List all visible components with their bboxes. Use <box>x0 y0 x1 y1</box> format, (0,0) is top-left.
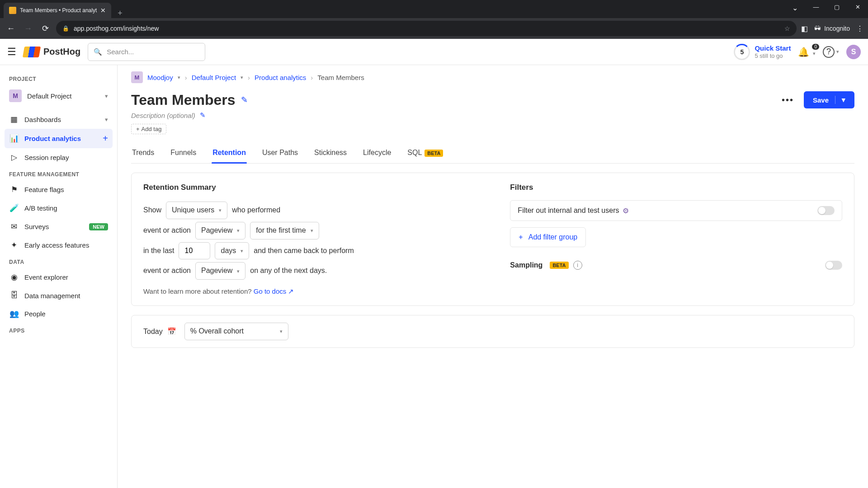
chevron-down-icon: ▾ <box>813 51 816 56</box>
sidebar-item-session-replay[interactable]: ▷ Session replay <box>5 148 113 167</box>
sidebar-item-surveys[interactable]: ✉ Surveys NEW <box>5 217 113 236</box>
edit-description-icon[interactable]: ✎ <box>200 111 206 119</box>
sidebar-section-label: DATA <box>5 254 113 268</box>
sparkle-icon: ✦ <box>9 240 19 250</box>
tab-close-icon[interactable]: ✕ <box>100 7 106 14</box>
incognito-indicator[interactable]: 🕶 Incognito <box>814 25 850 32</box>
breadcrumb-section[interactable]: Product analytics <box>255 74 306 81</box>
docs-link[interactable]: Go to docs ↗ <box>254 287 294 295</box>
browser-tab[interactable]: Team Members • Product analyt ✕ <box>4 3 111 18</box>
new-tab-button[interactable]: + <box>111 9 129 18</box>
tab-funnels[interactable]: Funnels <box>170 145 197 163</box>
extensions-icon[interactable]: ◧ <box>801 24 808 33</box>
sampling-toggle[interactable] <box>825 261 842 270</box>
internal-users-toggle[interactable] <box>817 206 835 215</box>
tab-trends[interactable]: Trends <box>131 145 155 163</box>
plus-icon: + <box>519 233 523 241</box>
nav-reload-button[interactable]: ⟳ <box>39 22 52 35</box>
lock-icon: 🔒 <box>62 25 69 32</box>
tab-retention[interactable]: Retention <box>212 145 247 163</box>
sidebar-item-product-analytics[interactable]: 📊 Product analytics + <box>5 129 113 148</box>
analytics-icon: 📊 <box>9 134 19 143</box>
event-select-1[interactable]: Pageview▾ <box>195 222 245 239</box>
breadcrumb-current: Team Members <box>317 74 364 81</box>
tab-stickiness[interactable]: Stickiness <box>313 145 348 163</box>
dashboard-icon: ▦ <box>9 115 19 124</box>
menu-toggle-icon[interactable]: ☰ <box>7 46 16 58</box>
quick-start-button[interactable]: 5 Quick Start 5 still to go <box>734 44 791 60</box>
chevron-down-icon: ▾ <box>219 207 222 213</box>
help-button[interactable]: ? <box>823 46 835 58</box>
sidebar-item-data-management[interactable]: 🗄 Data management <box>5 286 113 305</box>
main-content: M Moodjoy ▾ › Default Project ▾ › Produc… <box>118 65 868 488</box>
flask-icon: 🧪 <box>9 203 19 213</box>
sidebar-item-feature-flags[interactable]: ⚑ Feature flags <box>5 180 113 199</box>
plus-icon[interactable]: + <box>103 133 108 144</box>
sidebar-item-ab-testing[interactable]: 🧪 A/B testing <box>5 199 113 217</box>
gear-icon[interactable]: ⚙ <box>623 206 629 215</box>
org-badge[interactable]: M <box>131 71 143 83</box>
live-icon: ◉ <box>9 272 19 282</box>
description-placeholder[interactable]: Description (optional) <box>131 112 195 119</box>
period-unit-select[interactable]: days▾ <box>215 242 249 260</box>
browser-chrome: — ▢ ✕ ⌄ Team Members • Product analyt ✕ … <box>0 0 868 39</box>
sidebar-item-dashboards[interactable]: ▦ Dashboards ▾ <box>5 110 113 129</box>
info-icon[interactable]: i <box>573 261 582 270</box>
chevron-down-icon: ▾ <box>241 248 243 254</box>
notification-badge: 0 <box>812 44 819 50</box>
sidebar-item-people[interactable]: 👥 People <box>5 305 113 323</box>
user-avatar[interactable]: S <box>846 45 861 59</box>
chevron-down-icon[interactable]: ▾ <box>178 75 180 80</box>
period-count-input[interactable] <box>179 242 210 260</box>
flag-icon: ⚑ <box>9 185 19 194</box>
notifications-button[interactable]: 🔔 0 ▾ <box>798 47 816 57</box>
breadcrumb-org[interactable]: Moodjoy <box>147 74 173 81</box>
nav-back-button[interactable]: ← <box>5 22 17 35</box>
insight-tabs: Trends Funnels Retention User Paths Stic… <box>131 145 854 164</box>
project-badge: M <box>9 89 22 102</box>
add-tag-button[interactable]: +Add tag <box>131 124 166 134</box>
add-filter-group-button[interactable]: + Add filter group <box>510 227 586 247</box>
window-minimize[interactable]: — <box>806 0 826 14</box>
sidebar-project-selector[interactable]: M Default Project ▾ <box>5 85 113 107</box>
app-header: ☰ PostHog 🔍 Search... 5 Quick Start 5 st… <box>0 39 868 65</box>
date-range-select[interactable]: Today 📅 <box>142 324 178 339</box>
internal-users-filter: Filter out internal and test users ⚙ <box>510 200 842 221</box>
bookmark-icon[interactable]: ☆ <box>784 25 790 32</box>
tab-sql[interactable]: SQLBETA <box>406 145 444 163</box>
browser-menu-icon[interactable]: ⋮ <box>856 24 863 33</box>
chevron-down-icon: ▾ <box>842 96 845 104</box>
tab-lifecycle[interactable]: Lifecycle <box>362 145 392 163</box>
tab-title: Team Members • Product analyt <box>20 7 97 14</box>
first-time-select[interactable]: for the first time▾ <box>250 222 319 239</box>
favicon-icon <box>9 7 16 14</box>
beta-badge: BETA <box>550 262 568 269</box>
new-badge: NEW <box>89 223 108 230</box>
cohort-display-select[interactable]: % Overall cohort▾ <box>184 323 288 340</box>
logo[interactable]: PostHog <box>24 47 80 57</box>
edit-title-icon[interactable]: ✎ <box>241 95 248 105</box>
nav-forward-button[interactable]: → <box>22 22 34 35</box>
page-title: Team Members <box>131 92 236 108</box>
tab-user-paths[interactable]: User Paths <box>261 145 299 163</box>
save-button[interactable]: Save ▾ <box>804 91 854 108</box>
breadcrumb: M Moodjoy ▾ › Default Project ▾ › Produc… <box>131 71 854 83</box>
window-maximize[interactable]: ▢ <box>826 0 847 14</box>
chevron-down-icon: ▾ <box>311 227 313 234</box>
search-icon: 🔍 <box>94 48 102 56</box>
chevron-down-icon[interactable]: ▾ <box>241 75 243 80</box>
search-input[interactable]: 🔍 Search... <box>88 43 205 61</box>
unique-users-select[interactable]: Unique users▾ <box>166 202 227 219</box>
sidebar-section-label: PROJECT <box>5 71 113 85</box>
url-bar[interactable]: 🔒 app.posthog.com/insights/new ☆ <box>56 21 797 36</box>
sidebar-item-event-explorer[interactable]: ◉ Event explorer <box>5 268 113 286</box>
breadcrumb-project[interactable]: Default Project <box>192 74 236 81</box>
window-close[interactable]: ✕ <box>847 0 868 14</box>
more-options-button[interactable]: ••• <box>777 92 798 108</box>
sidebar-item-early-access[interactable]: ✦ Early access features <box>5 236 113 254</box>
retention-config-panel: Retention Summary Show Unique users▾ who… <box>131 173 854 306</box>
chevron-down-icon: ▾ <box>237 227 240 234</box>
chevron-down-icon[interactable]: ▾ <box>836 49 839 55</box>
event-select-2[interactable]: Pageview▾ <box>195 262 245 280</box>
tabs-dropdown-icon[interactable]: ⌄ <box>792 4 798 12</box>
